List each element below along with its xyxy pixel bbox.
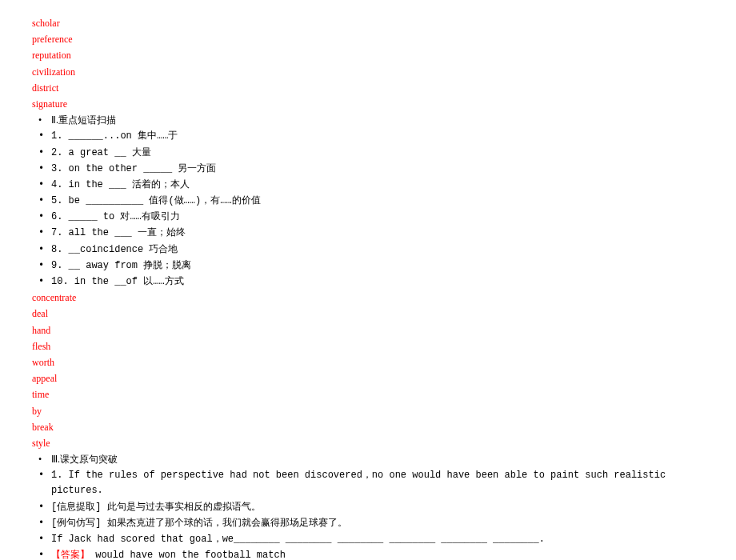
vocab-word: by bbox=[32, 404, 704, 419]
phrase-item: 5. be __________ 值得(做……)，有……的价值 bbox=[32, 194, 704, 209]
vocab-word: concentrate bbox=[32, 290, 704, 306]
vocab-word: hand bbox=[32, 323, 704, 338]
vocab-word: time bbox=[32, 387, 704, 402]
vocab-word: appeal bbox=[32, 371, 704, 386]
vocab-word: reputation bbox=[32, 48, 704, 63]
section-3-list: Ⅲ.课文原句突破 1. If the rules of perspective … bbox=[32, 452, 704, 560]
phrase-item: 6. _____ to 对……有吸引力 bbox=[32, 210, 704, 225]
example-rewrite: [例句仿写] 如果杰克进了那个球的话，我们就会赢得那场足球赛了。 bbox=[32, 516, 704, 531]
phrase-item: 4. in the ___ 活着的；本人 bbox=[32, 178, 704, 193]
answer-text: would have won the football match bbox=[90, 550, 286, 560]
vocab-word: district bbox=[32, 81, 704, 96]
phrase-item: 1. ______...on 集中……于 bbox=[32, 129, 704, 144]
vocab-word: signature bbox=[32, 97, 704, 112]
fill-blank-sentence: If Jack had scored that goal，we________ … bbox=[32, 532, 704, 547]
answer-line: 【答案】 would have won the football match bbox=[32, 548, 704, 560]
phrase-item: 8. __coincidence 巧合地 bbox=[32, 242, 704, 258]
phrase-item: 9. __ away from 挣脱；脱离 bbox=[32, 258, 704, 274]
vocab-word: break bbox=[32, 420, 704, 435]
vocab-word: deal bbox=[32, 306, 704, 322]
phrase-item: 7. all the ___ 一直；始终 bbox=[32, 226, 704, 241]
vocab-word: scholar bbox=[32, 16, 704, 31]
vocab-word: civilization bbox=[32, 65, 704, 80]
phrase-item: 3. on the other _____ 另一方面 bbox=[32, 162, 704, 177]
answer-label: 【答案】 bbox=[51, 550, 90, 560]
vocab-word: style bbox=[32, 436, 704, 451]
section-header: Ⅲ.课文原句突破 bbox=[32, 452, 704, 467]
vocab-list-1: scholar preference reputation civilizati… bbox=[32, 16, 704, 112]
section-2-list: Ⅱ.重点短语扫描 1. ______...on 集中……于 2. a great… bbox=[32, 113, 704, 290]
info-extract: [信息提取] 此句是与过去事实相反的虚拟语气。 bbox=[32, 500, 704, 515]
section-header: Ⅱ.重点短语扫描 bbox=[32, 113, 704, 128]
vocab-list-2: concentrate deal hand flesh worth appeal… bbox=[32, 290, 704, 451]
phrase-item: 10. in the __of 以……方式 bbox=[32, 274, 704, 290]
phrase-item: 2. a great __ 大量 bbox=[32, 146, 704, 161]
vocab-word: worth bbox=[32, 355, 704, 370]
vocab-word: preference bbox=[32, 32, 704, 47]
sentence-original: 1. If the rules of perspective had not b… bbox=[32, 468, 704, 498]
vocab-word: flesh bbox=[32, 339, 704, 354]
